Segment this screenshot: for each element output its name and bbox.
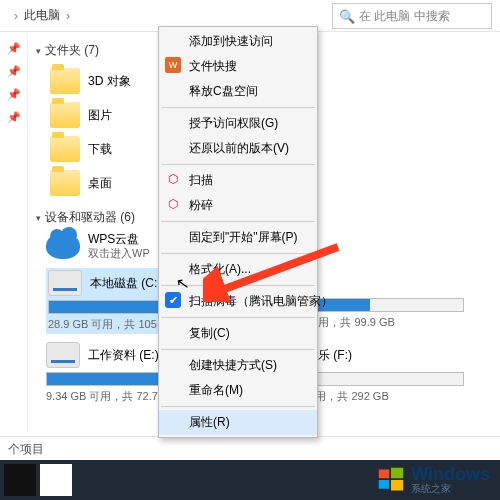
menu-item-label: 文件快搜 [189, 59, 237, 73]
menu-separator [161, 253, 315, 254]
chevron-down-icon: ▾ [36, 213, 41, 223]
main-pane: ▾ 文件夹 (7) 3D 对象图片下载桌面 ▾ 设备和驱动器 (6) WPS云盘… [28, 32, 500, 432]
context-menu-item[interactable]: 释放C盘空间 [159, 79, 317, 104]
context-menu-item[interactable]: 授予访问权限(G) [159, 111, 317, 136]
context-menu-item[interactable]: 添加到快速访问 [159, 29, 317, 54]
context-menu[interactable]: 添加到快速访问W文件快搜释放C盘空间授予访问权限(G)还原以前的版本(V)⬡扫描… [158, 26, 318, 438]
cloud-name: WPS云盘 [88, 232, 150, 246]
menu-item-label: 属性(R) [189, 415, 230, 429]
menu-item-label: 授予访问权限(G) [189, 116, 278, 130]
windows-logo-icon [377, 466, 405, 494]
drive-name: 工作资料 (E:) [88, 347, 159, 364]
section-drives-label: 设备和驱动器 (6) [45, 209, 135, 226]
pin-icon: 📌 [0, 111, 27, 124]
chevron-down-icon: ▾ [36, 46, 41, 56]
context-menu-item[interactable]: 创建快捷方式(S) [159, 353, 317, 378]
context-menu-item[interactable]: ⬡扫描 [159, 168, 317, 193]
security-icon: ⬡ [165, 171, 181, 187]
watermark-sub: 系统之家 [411, 482, 490, 496]
svg-rect-1 [379, 470, 390, 479]
search-icon: 🔍 [339, 9, 355, 24]
folder-icon [50, 170, 80, 196]
security-icon: ⬡ [165, 196, 181, 212]
quick-access-sidebar: 📌 📌 📌 📌 [0, 32, 28, 432]
pin-icon: 📌 [0, 65, 27, 78]
chevron-right-icon: › [14, 9, 18, 23]
drive-icon [48, 270, 82, 296]
menu-item-label: 格式化(A)... [189, 262, 251, 276]
menu-separator [161, 317, 315, 318]
context-menu-item[interactable]: 重命名(M) [159, 378, 317, 403]
watermark: Windows系统之家 [377, 464, 490, 496]
menu-item-label: 粉碎 [189, 198, 213, 212]
breadcrumb-root[interactable]: 此电脑 [24, 7, 60, 24]
chevron-right-icon: › [66, 9, 70, 23]
menu-item-label: 创建快捷方式(S) [189, 358, 277, 372]
folder-label: 下载 [88, 141, 112, 158]
context-menu-item[interactable]: W文件快搜 [159, 54, 317, 79]
folder-label: 3D 对象 [88, 73, 131, 90]
pin-icon: 📌 [0, 88, 27, 101]
menu-item-label: 添加到快速访问 [189, 34, 273, 48]
folder-label: 图片 [88, 107, 112, 124]
svg-rect-3 [379, 480, 390, 489]
menu-item-label: 固定到"开始"屏幕(P) [189, 230, 298, 244]
shield-icon: ✔ [165, 292, 181, 308]
folder-icon [50, 68, 80, 94]
menu-item-label: 复制(C) [189, 326, 230, 340]
svg-rect-2 [391, 468, 403, 479]
search-placeholder: 在 此电脑 中搜索 [359, 8, 450, 25]
pin-icon: 📌 [0, 42, 27, 55]
taskbar-item[interactable] [4, 464, 36, 496]
section-folders-label: 文件夹 (7) [45, 42, 99, 59]
cloud-icon [46, 233, 80, 259]
menu-item-label: 扫描病毒（腾讯电脑管家） [189, 294, 333, 308]
status-text: 个项目 [8, 442, 44, 456]
wps-icon: W [165, 57, 181, 73]
menu-separator [161, 221, 315, 222]
menu-separator [161, 349, 315, 350]
folder-label: 桌面 [88, 175, 112, 192]
menu-item-label: 扫描 [189, 173, 213, 187]
context-menu-item[interactable]: 复制(C) [159, 321, 317, 346]
status-bar: 个项目 [0, 436, 500, 460]
cloud-sub: 双击进入WP [88, 246, 150, 260]
svg-rect-4 [391, 480, 403, 491]
taskbar-item[interactable] [40, 464, 72, 496]
context-menu-item[interactable]: 固定到"开始"屏幕(P) [159, 225, 317, 250]
menu-item-label: 释放C盘空间 [189, 84, 258, 98]
drive-icon [46, 342, 80, 368]
menu-item-label: 重命名(M) [189, 383, 243, 397]
menu-item-label: 还原以前的版本(V) [189, 141, 289, 155]
context-menu-item[interactable]: 还原以前的版本(V) [159, 136, 317, 161]
menu-separator [161, 164, 315, 165]
drive-name: 本地磁盘 (C: [90, 275, 157, 292]
context-menu-item[interactable]: 属性(R) [159, 410, 317, 435]
menu-separator [161, 406, 315, 407]
search-input[interactable]: 🔍 在 此电脑 中搜索 [332, 3, 492, 29]
folder-icon [50, 102, 80, 128]
menu-separator [161, 107, 315, 108]
context-menu-item[interactable]: ⬡粉碎 [159, 193, 317, 218]
folder-icon [50, 136, 80, 162]
watermark-brand: Windows [411, 464, 490, 484]
